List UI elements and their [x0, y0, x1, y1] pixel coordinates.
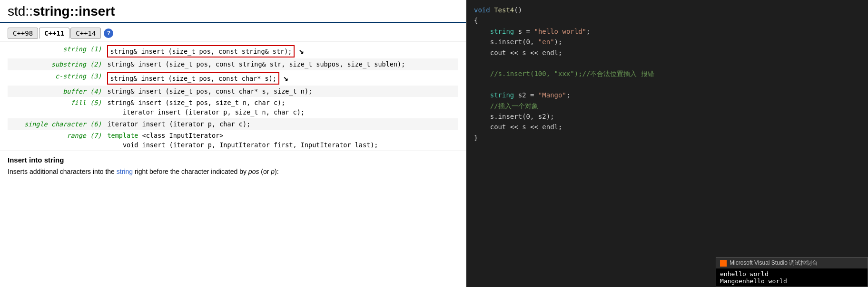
overload-row-3: c-string (3) string& insert (size_t pos,… [8, 70, 458, 86]
code-line-blank2 [474, 79, 860, 90]
overload-row-1: string (1) string& insert (size_t pos, c… [8, 43, 458, 58]
overload-label-3: c-string (3) [8, 70, 104, 86]
tabs-row: C++98 C++11 C++14 ? [0, 26, 466, 41]
tab-cpp11[interactable]: C++11 [39, 28, 69, 39]
help-icon[interactable]: ? [104, 29, 113, 38]
title-divider [0, 22, 466, 23]
overloads-wrapper: string (1) string& insert (size_t pos, c… [0, 43, 466, 151]
overload-sig-6: iterator insert (iterator p, char c); [104, 118, 458, 130]
overload-label-4: buffer (4) [8, 86, 104, 97]
code-line-open-brace: { [474, 15, 860, 26]
code-line-s2-decl: string s2 = "Mango"; [474, 90, 860, 100]
code-line-blank1 [474, 58, 860, 68]
code-line-insert-s2: s.insert(0, s2); [474, 111, 860, 122]
overload-label-2: substring (2) [8, 58, 104, 70]
overload-label-1: string (1) [8, 43, 104, 58]
description-heading: Insert into string [8, 156, 458, 164]
code-line-fn-header: void Test4() [474, 5, 860, 15]
overload-row-7: range (7) template <class InputIterator>… [8, 130, 458, 151]
left-panel: std::string::insert C++98 C++11 C++14 ? … [0, 0, 466, 287]
overload-sig-7: template <class InputIterator> void inse… [104, 130, 458, 151]
console-app-icon [720, 260, 727, 267]
tab-cpp98[interactable]: C++98 [8, 28, 38, 39]
description-text: Inserts additional characters into the s… [8, 167, 458, 177]
overload-label-6: single character (6) [8, 118, 104, 130]
description-section: Insert into string Inserts additional ch… [0, 151, 466, 182]
overload-row-5: fill (5) string& insert (size_t pos, siz… [8, 97, 458, 118]
overload-label-5: fill (5) [8, 97, 104, 118]
console-line-2: Mangoenhello world [720, 277, 864, 285]
page-title: std::string::insert [0, 0, 466, 22]
class-method: string::insert [33, 4, 115, 19]
highlighted-sig-1: string& insert (size_t pos, const string… [107, 45, 295, 57]
overload-sig-5: string& insert (size_t pos, size_t n, ch… [104, 97, 458, 118]
namespace-prefix: std:: [8, 4, 33, 19]
console-header: Microsoft Visual Studio 调试控制台 [716, 258, 868, 268]
code-line-cout1: cout << s << endl; [474, 48, 860, 58]
code-line-comment-illegal: //s.insert(100, "xxx");//不合法位置插入 报错 [474, 68, 860, 79]
overload-row-6: single character (6) iterator insert (it… [8, 118, 458, 130]
console-line-1: enhello world [720, 270, 864, 277]
right-panel: void Test4() { string s = "hello world";… [466, 0, 868, 287]
code-line-comment-obj: //插入一个对象 [474, 101, 860, 111]
string-link[interactable]: string [117, 168, 133, 175]
console-title: Microsoft Visual Studio 调试控制台 [730, 259, 818, 267]
code-line-cout2: cout << s << endl; [474, 122, 860, 132]
overload-row-2: substring (2) string& insert (size_t pos… [8, 58, 458, 70]
overload-label-7: range (7) [8, 130, 104, 151]
code-area: void Test4() { string s = "hello world";… [466, 0, 868, 287]
overload-sig-4: string& insert (size_t pos, const char* … [104, 86, 458, 97]
console-body: enhello world Mangoenhello world [716, 268, 868, 287]
overloads-table: string (1) string& insert (size_t pos, c… [8, 43, 458, 151]
overload-sig-2: string& insert (size_t pos, const string… [104, 58, 458, 70]
tab-cpp14[interactable]: C++14 [70, 28, 101, 39]
console-panel: Microsoft Visual Studio 调试控制台 enhello wo… [716, 257, 868, 287]
code-line-close-brace: } [474, 133, 860, 143]
code-line-insert-en: s.insert(0, "en"); [474, 37, 860, 47]
code-line-s-decl: string s = "hello world"; [474, 26, 860, 37]
overload-sig-3: string& insert (size_t pos, const char* … [104, 70, 458, 86]
overload-row-4: buffer (4) string& insert (size_t pos, c… [8, 86, 458, 97]
overload-sig-1: string& insert (size_t pos, const string… [104, 43, 458, 58]
highlighted-sig-3: string& insert (size_t pos, const char* … [107, 72, 279, 85]
